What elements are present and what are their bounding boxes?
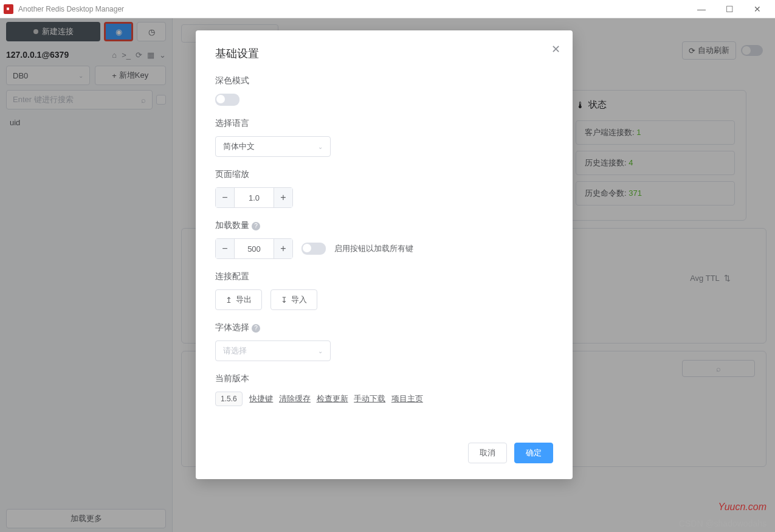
link-shortcuts[interactable]: 快捷键: [249, 394, 273, 403]
font-placeholder: 请选择: [223, 345, 247, 356]
count-increase[interactable]: +: [274, 239, 292, 258]
load-count-label: 加载数量?: [215, 220, 553, 231]
minimize-button[interactable]: ―: [687, 0, 715, 18]
upload-icon: ↥: [226, 295, 232, 305]
confirm-button[interactable]: 确定: [514, 443, 553, 463]
export-label: 导出: [236, 294, 252, 305]
link-manual-download[interactable]: 手动下载: [354, 394, 385, 403]
load-all-label: 启用按钮以加载所有键: [334, 243, 413, 254]
watermark-csdn: CSDN @shadowodahs: [679, 519, 766, 528]
count-value[interactable]: [234, 239, 274, 258]
dark-mode-label: 深色模式: [215, 75, 553, 86]
link-homepage[interactable]: 项目主页: [391, 394, 423, 403]
load-count-stepper[interactable]: − +: [215, 238, 293, 259]
zoom-stepper[interactable]: − +: [215, 187, 293, 208]
language-value: 简体中文: [223, 141, 255, 152]
zoom-increase[interactable]: +: [274, 188, 292, 207]
help-icon[interactable]: ?: [252, 222, 260, 230]
font-select[interactable]: 请选择 ⌄: [215, 340, 331, 361]
language-label: 选择语言: [215, 118, 553, 129]
import-button[interactable]: ↧导入: [270, 289, 317, 310]
import-label: 导入: [291, 294, 307, 305]
version-label: 当前版本: [215, 373, 553, 384]
count-decrease[interactable]: −: [216, 239, 234, 258]
language-select[interactable]: 简体中文 ⌄: [215, 136, 331, 157]
chevron-down-icon: ⌄: [318, 143, 323, 150]
help-icon[interactable]: ?: [252, 324, 260, 333]
conn-config-label: 连接配置: [215, 271, 553, 282]
chevron-down-icon: ⌄: [318, 348, 323, 354]
zoom-label: 页面缩放: [215, 169, 553, 180]
link-check-update[interactable]: 检查更新: [317, 394, 348, 403]
zoom-decrease[interactable]: −: [216, 188, 234, 207]
title-bar: Another Redis Desktop Manager ― ☐ ✕: [0, 0, 775, 18]
app-icon: [4, 4, 13, 14]
modal-title: 基础设置: [215, 46, 553, 61]
zoom-value[interactable]: [234, 188, 274, 207]
close-window-button[interactable]: ✕: [743, 0, 771, 18]
close-icon[interactable]: ✕: [551, 43, 560, 56]
maximize-button[interactable]: ☐: [715, 0, 743, 18]
export-button[interactable]: ↥导出: [215, 289, 262, 310]
download-icon: ↧: [281, 295, 288, 305]
dark-mode-switch[interactable]: [215, 94, 239, 106]
settings-modal: ✕ 基础设置 深色模式 选择语言 简体中文 ⌄ 页面缩放 − + 加载数量? −…: [196, 30, 573, 479]
version-badge: 1.5.6: [215, 392, 243, 406]
watermark-site: Yuucn.com: [718, 502, 766, 513]
font-label: 字体选择?: [215, 322, 553, 333]
load-all-switch[interactable]: [301, 243, 326, 255]
link-clear-cache[interactable]: 清除缓存: [279, 394, 311, 403]
window-title: Another Redis Desktop Manager: [18, 5, 687, 13]
cancel-button[interactable]: 取消: [468, 443, 507, 463]
